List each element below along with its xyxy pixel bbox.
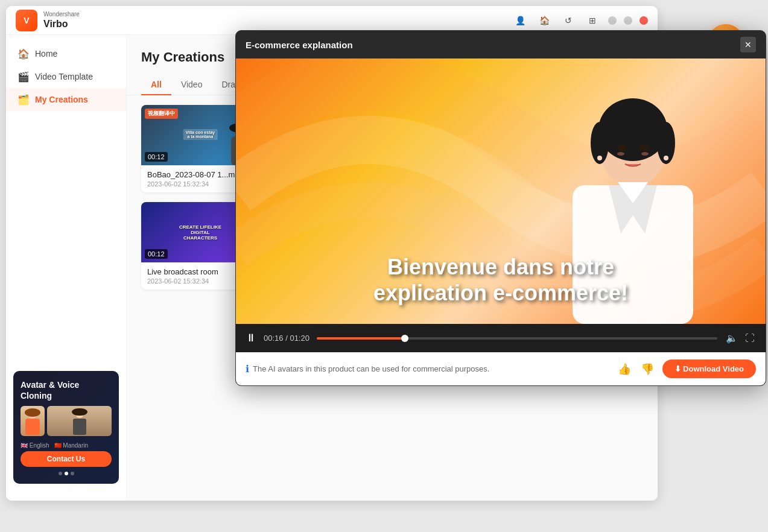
sidebar-item-video-template[interactable]: 🎬 Video Template [6,65,126,88]
pause-button[interactable]: ⏸ [246,332,256,344]
my-creations-sidebar-icon: 🗂️ [18,94,29,105]
video-duration-5: 00:12 [145,249,168,259]
ad-dot-1 [59,472,62,475]
ad-dot-3 [71,472,74,475]
subtitle-line1: Bienvenue dans notre [387,255,614,279]
app-name: Wondershare Virbo [43,11,80,30]
info-icon: ℹ [246,363,249,375]
svg-point-22 [639,145,649,151]
fullscreen-icon[interactable]: ⛶ [744,332,756,345]
info-text: ℹ The AI avatars in this product can be … [246,363,489,375]
title-bar-left: V Wondershare Virbo [16,10,80,31]
svg-point-19 [617,152,624,156]
ad-avatar-2 [47,406,112,436]
ad-dot-2 [65,472,68,475]
ad-tag-english: 🇬🇧 English [21,442,49,449]
ad-tag-mandarin: 🇨🇳 Mandarin [54,442,88,449]
home-sidebar-icon: 🏠 [18,48,29,59]
subtitle-line2: explication e-commerce! [373,280,628,305]
logo-text: V [24,16,29,25]
svg-rect-1 [25,408,40,417]
ad-banner-title: Avatar & Voice Cloning [21,379,112,401]
home-icon[interactable]: 🏠 [536,12,553,29]
account-icon[interactable]: 👤 [512,12,528,29]
svg-point-23 [597,156,602,160]
ad-avatar-1 [21,406,45,436]
tab-all[interactable]: All [141,75,171,95]
time-total: 01:20 [290,334,309,343]
ad-banner-avatars [21,406,112,436]
player-title: E-commerce explanation [246,40,353,50]
player-title-bar: E-commerce explanation ✕ [236,31,766,59]
app-logo: V [16,10,37,31]
thumbdown-icon: 👎 [641,363,654,375]
sidebar: 🏠 Home 🎬 Video Template 🗂️ My Creations … [6,35,127,501]
progress-thumb [401,335,408,342]
player-info-bar: ℹ The AI avatars in this product can be … [236,352,766,385]
contact-us-button[interactable]: Contact Us [21,451,112,467]
player-video-area: Bienvenue dans notre explication e-comme… [236,59,766,324]
control-icons: 🔈 ⛶ [725,331,756,345]
app-name-bottom: Virbo [43,18,80,30]
time-current: 00:16 [264,334,284,343]
video-player-overlay: E-commerce explanation ✕ [235,30,766,386]
download-video-button[interactable]: ⬇ Download Video [662,359,757,378]
translate-badge-1: 视频翻译中 [145,109,178,119]
player-controls: ⏸ 00:16 / 01:20 🔈 ⛶ [236,324,766,352]
sidebar-label-my-creations: My Creations [35,95,88,104]
info-actions: 👍 👎 ⬇ Download Video [617,359,757,378]
progress-bar[interactable] [317,337,717,340]
refresh-icon[interactable]: ↺ [560,12,577,29]
svg-point-16 [598,98,667,161]
volume-icon[interactable]: 🔈 [725,331,739,345]
svg-point-21 [617,145,627,151]
app-name-top: Wondershare [43,11,80,18]
thumb-overlay-5: CREATE LIFELIKEDIGITALCHARACTERS [179,224,221,241]
svg-point-20 [641,152,649,156]
close-button[interactable]: ✕ [639,16,648,25]
video-template-sidebar-icon: 🎬 [18,71,29,82]
grid-icon[interactable]: ⊞ [584,12,601,29]
thumbup-button[interactable]: 👍 [617,361,632,377]
sidebar-item-my-creations[interactable]: 🗂️ My Creations [6,88,126,111]
ad-dots [21,472,112,475]
ad-banner[interactable]: Avatar & Voice Cloning [13,371,119,484]
time-display: 00:16 / 01:20 [264,334,309,343]
maximize-button[interactable]: □ [624,16,632,25]
info-message: The AI avatars in this product can be us… [253,364,489,373]
sidebar-label-home: Home [35,49,57,59]
page-title: My Creations [141,49,224,65]
svg-point-24 [664,156,668,160]
player-subtitle: Bienvenue dans notre explication e-comme… [236,254,766,306]
svg-rect-4 [72,408,87,416]
video-duration-1: 00:12 [145,152,168,162]
pause-icon: ⏸ [246,332,256,344]
thumbdown-button[interactable]: 👎 [639,361,655,377]
sidebar-label-video-template: Video Template [35,72,93,81]
sidebar-item-home[interactable]: 🏠 Home [6,42,126,65]
svg-rect-5 [73,419,86,435]
tab-video[interactable]: Video [171,75,212,95]
minimize-button[interactable]: — [608,16,617,25]
title-bar-right: 👤 🏠 ↺ ⊞ — □ ✕ [512,12,648,29]
progress-fill [317,337,405,340]
svg-rect-2 [25,419,40,435]
player-close-button[interactable]: ✕ [740,37,756,52]
thumb-overlay-1: Villa con estaya la montana [183,129,218,141]
thumbup-icon: 👍 [618,363,631,375]
